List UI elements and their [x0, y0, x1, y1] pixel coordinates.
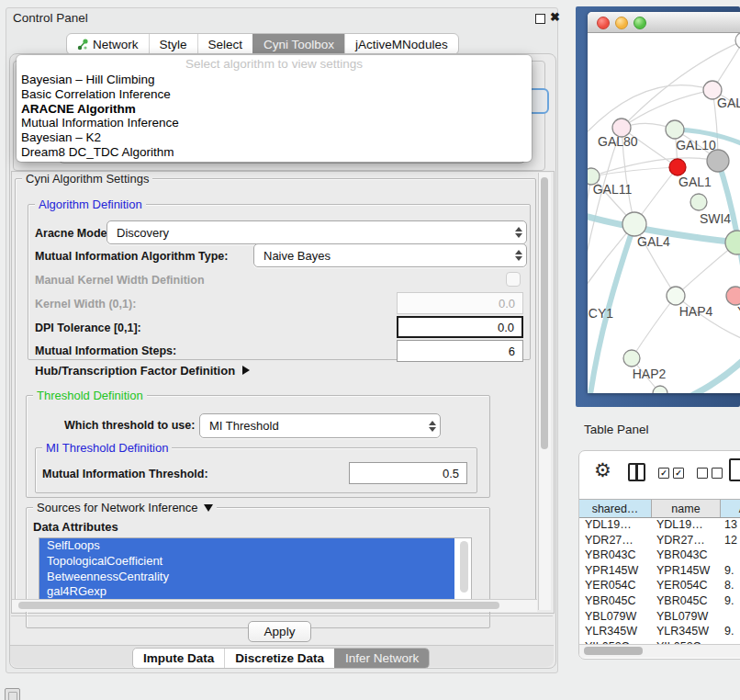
algorithm-menu-item-bayesian-hill-climbing[interactable]: Bayesian – Hill Climbing: [17, 73, 532, 87]
kernel-width-label: Kernel Width (0,1):: [35, 298, 136, 310]
float-panel-icon[interactable]: [535, 14, 545, 24]
algorithm-menu-item-aracne-algorithm[interactable]: ARACNE Algorithm: [17, 102, 532, 117]
table-cell: YBR045C: [651, 593, 719, 609]
settings-vertical-scrollbar[interactable]: [538, 173, 551, 610]
table-cell: 9.: [719, 563, 740, 579]
list-scrollbar-thumb[interactable]: [460, 541, 468, 593]
expanded-arrow-icon: [204, 504, 213, 512]
table-row[interactable]: YER054CYER054C8.: [579, 578, 740, 593]
attribute-item-gal4rgexp[interactable]: gal4RGexp: [39, 584, 454, 600]
network-window[interactable]: GAL7GAL80GAL10GAL1GAL11SWI4GAL4GCY1HAP4Y…: [588, 12, 740, 393]
tab-label: Select: [208, 38, 243, 51]
network-node-gal10[interactable]: [666, 120, 684, 139]
table-row[interactable]: YDL19…YDL19…13: [579, 517, 740, 533]
network-node[interactable]: [690, 194, 707, 210]
network-node[interactable]: [707, 150, 729, 172]
tab-cyni-toolbox[interactable]: Cyni Toolbox: [252, 34, 344, 54]
stepper-arrows-icon: [425, 421, 440, 432]
network-node-hap4[interactable]: [667, 287, 685, 305]
network-graph: GAL7GAL80GAL10GAL1GAL11SWI4GAL4GCY1HAP4Y…: [588, 33, 740, 393]
table-cell: YLR345W: [579, 624, 651, 639]
sources-toggle[interactable]: Sources for Network Inference: [33, 502, 217, 514]
tab-style[interactable]: Style: [149, 34, 197, 54]
network-window-titlebar[interactable]: [588, 12, 740, 33]
algorithm-definition-title: Algorithm Definition: [35, 198, 146, 210]
network-node-hap2[interactable]: [623, 350, 640, 367]
network-node-label: GCY1: [588, 306, 613, 321]
mi-steps-field[interactable]: 6: [397, 340, 523, 362]
bottom-tab-discretize-data[interactable]: Discretize Data: [224, 649, 334, 668]
algorithm-menu-item-bayesian-k2[interactable]: Bayesian – K2: [17, 130, 532, 145]
network-node-label: GAL11: [593, 182, 633, 197]
attribute-item-selfloops[interactable]: SelfLoops: [39, 538, 454, 554]
scrollbar-thumb[interactable]: [18, 602, 499, 609]
network-node-y[interactable]: [726, 287, 740, 305]
bottom-tab-infer-network[interactable]: Infer Network: [334, 649, 429, 668]
kernel-width-field[interactable]: 0.0: [397, 292, 523, 314]
hub-definition-toggle[interactable]: Hub/Transcription Factor Definition: [35, 364, 250, 378]
file-icon[interactable]: [729, 458, 740, 481]
close-panel-icon[interactable]: ✖: [550, 10, 560, 24]
network-node-gal1[interactable]: [669, 159, 686, 175]
table-row[interactable]: YDR27…YDR27…12: [579, 533, 740, 548]
stepper-arrows-icon: [511, 227, 526, 238]
data-attributes-list[interactable]: SelfLoopsTopologicalCoefficientBetweenne…: [39, 537, 472, 601]
mi-threshold-title: MI Threshold Definition: [42, 442, 172, 454]
table-cell: YBR043C: [651, 548, 719, 563]
zoom-window-icon[interactable]: [633, 17, 646, 29]
dpi-tolerance-field[interactable]: 0.0: [397, 316, 523, 338]
table-row[interactable]: YBR043CYBR043C: [579, 548, 740, 563]
network-node[interactable]: [735, 33, 740, 49]
algorithm-menu-item-dream8-dc-tdc-algorithm[interactable]: Dream8 DC_TDC Algorithm: [17, 145, 532, 160]
mi-threshold-field[interactable]: 0.5: [349, 462, 467, 484]
scrollbar-thumb[interactable]: [541, 177, 548, 449]
network-node-label: GAL80: [598, 134, 638, 149]
network-node-gal4[interactable]: [622, 212, 646, 236]
deselect-all-columns-icon[interactable]: [697, 468, 723, 479]
tab-network[interactable]: Network: [67, 34, 149, 54]
column-header-name[interactable]: name: [652, 500, 721, 517]
which-threshold-combobox[interactable]: MI Threshold: [199, 413, 441, 438]
table-row[interactable]: YBR045CYBR045C9.: [579, 593, 740, 609]
column-header-a[interactable]: A: [721, 500, 740, 517]
table-row[interactable]: YBL079WYBL079W: [579, 609, 740, 625]
close-window-icon[interactable]: [597, 17, 610, 29]
gear-icon[interactable]: ⚙: [594, 459, 611, 481]
tab-label: Network: [93, 38, 139, 51]
table-row[interactable]: YLR345WYLR345W9.: [579, 624, 740, 639]
control-panel-tabs: NetworkStyleSelectCyni ToolboxjActiveMNo…: [66, 33, 459, 55]
application-window: Control Panel ✖ NetworkStyleSelectCyni T…: [0, 0, 740, 700]
minimized-panel-icon[interactable]: [5, 688, 20, 700]
network-tab-icon: [77, 39, 88, 51]
scrollbar-thumb[interactable]: [584, 647, 643, 655]
tab-jactivemnodules[interactable]: jActiveMNodules: [344, 34, 458, 54]
attribute-item-topologicalcoefficient[interactable]: TopologicalCoefficient: [39, 554, 454, 570]
network-node-label: GAL10: [676, 138, 716, 152]
stepper-arrows-icon: [511, 250, 526, 261]
table-cell: YDL19…: [579, 517, 651, 533]
bottom-tab-impute-data[interactable]: Impute Data: [133, 649, 224, 668]
table-cell: YBL079W: [651, 609, 719, 625]
attribute-item-betweennesscentrality[interactable]: BetweennessCentrality: [39, 570, 454, 585]
manual-kernel-checkbox[interactable]: [506, 272, 521, 287]
table-horizontal-scrollbar[interactable]: [579, 644, 740, 658]
apply-button[interactable]: Apply: [248, 621, 311, 642]
tab-select[interactable]: Select: [197, 34, 253, 54]
aracne-mode-combobox[interactable]: Discovery: [107, 220, 527, 244]
network-node-label: GAL1: [678, 175, 712, 189]
table-header-row: shared…nameA: [579, 499, 740, 518]
algorithm-menu-item-mutual-information-inference[interactable]: Mutual Information Inference: [17, 116, 532, 130]
mi-type-combobox[interactable]: Naive Bayes: [253, 243, 527, 267]
algorithm-menu-item-basic-correlation-inference[interactable]: Basic Correlation Inference: [17, 87, 532, 102]
table-panel-title: Table Panel: [584, 423, 649, 436]
table-row[interactable]: YPR145WYPR145W9.: [579, 563, 740, 579]
tab-label: jActiveMNodules: [355, 38, 448, 51]
cyni-settings-title: Cyni Algorithm Settings: [22, 173, 152, 185]
settings-horizontal-scrollbar[interactable]: [12, 599, 537, 612]
select-all-columns-icon[interactable]: ✓✓: [658, 468, 684, 479]
column-layout-icon[interactable]: [628, 463, 645, 481]
network-canvas[interactable]: GAL7GAL80GAL10GAL1GAL11SWI4GAL4GCY1HAP4Y…: [588, 33, 740, 393]
column-header-shared[interactable]: shared…: [579, 500, 652, 517]
minimize-window-icon[interactable]: [615, 17, 628, 29]
table-cell: YER054C: [579, 578, 651, 593]
